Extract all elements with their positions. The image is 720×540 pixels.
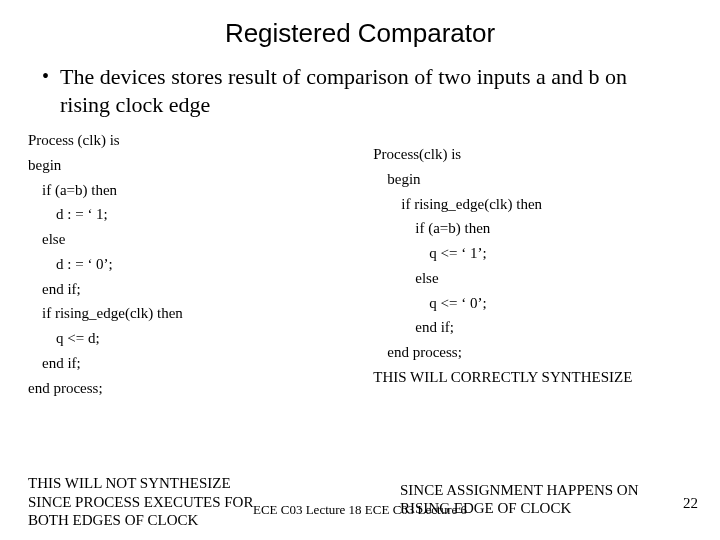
code-left-column: Process (clk) is begin if (a=b) then d :… xyxy=(28,128,373,400)
code-line: if rising_edge(clk) then xyxy=(28,301,373,326)
code-line: else xyxy=(373,266,692,291)
code-line: d : = ‘ 0’; xyxy=(28,252,373,277)
code-line: end if; xyxy=(373,315,692,340)
code-line: d : = ‘ 1; xyxy=(28,202,373,227)
code-line: q <= ‘ 0’; xyxy=(373,291,692,316)
bullet-item: • The devices stores result of compariso… xyxy=(0,59,720,128)
code-line: if rising_edge(clk) then xyxy=(373,192,692,217)
code-line: begin xyxy=(373,167,692,192)
code-line: q <= ‘ 1’; xyxy=(373,241,692,266)
footer-line: THIS WILL NOT SYNTHESIZE xyxy=(28,474,328,493)
slide: Registered Comparator • The devices stor… xyxy=(0,0,720,540)
code-line: else xyxy=(28,227,373,252)
footer-line: SINCE ASSIGNMENT HAPPENS ON xyxy=(400,481,700,500)
code-line: if (a=b) then xyxy=(28,178,373,203)
code-columns: Process (clk) is begin if (a=b) then d :… xyxy=(0,128,720,400)
code-line: end process; xyxy=(28,376,373,401)
code-line: end if; xyxy=(28,351,373,376)
code-line: end process; xyxy=(373,340,692,365)
code-line: q <= d; xyxy=(28,326,373,351)
code-line: end if; xyxy=(28,277,373,302)
bullet-dot-icon: • xyxy=(42,63,60,89)
code-line: begin xyxy=(28,153,373,178)
code-line: Process (clk) is xyxy=(28,128,373,153)
slide-title: Registered Comparator xyxy=(0,0,720,59)
code-line: Process(clk) is xyxy=(373,142,692,167)
code-line: if (a=b) then xyxy=(373,216,692,241)
bullet-text: The devices stores result of comparison … xyxy=(60,63,680,118)
footer-center-label: ECE C03 Lecture 18 ECE C03 Lecture 6 xyxy=(0,502,720,518)
code-right-column: Process(clk) is begin if rising_edge(clk… xyxy=(373,128,692,400)
code-line: THIS WILL CORRECTLY SYNTHESIZE xyxy=(373,365,692,390)
